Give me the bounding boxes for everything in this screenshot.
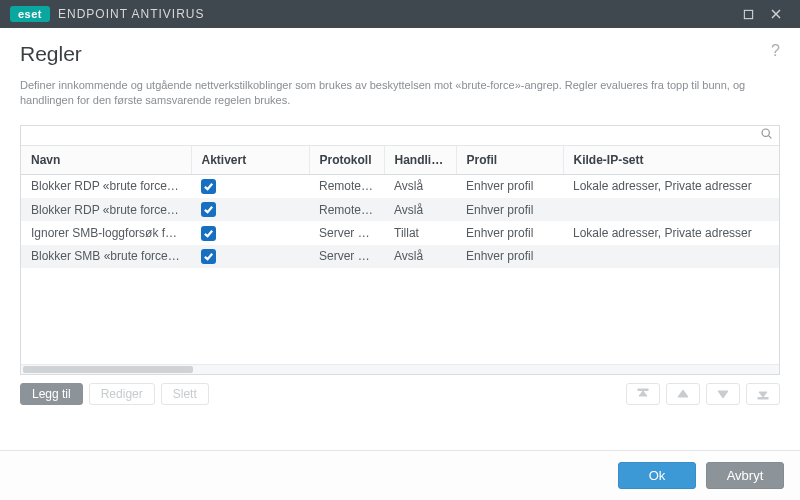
cell-source-ip: Lokale adresser, Private adresser	[563, 221, 779, 244]
page-description: Definer innkommende og utgående nettverk…	[20, 78, 780, 109]
svg-marker-6	[639, 391, 647, 396]
cell-enabled	[191, 245, 309, 268]
table-row[interactable]: Blokker RDP «brute force»-a... Remote De…	[21, 174, 779, 198]
svg-rect-10	[758, 398, 768, 400]
cell-profile: Enhver profil	[456, 198, 563, 221]
cell-profile: Enhver profil	[456, 245, 563, 268]
svg-marker-8	[718, 391, 728, 398]
cell-protocol: Remote De...	[309, 198, 384, 221]
rules-table: Navn Aktivert Protokoll Handling Profil …	[21, 146, 779, 268]
page-title: Regler	[20, 42, 82, 66]
cell-name: Blokker RDP «brute force»-a...	[21, 198, 191, 221]
cell-protocol: Server Mes...	[309, 245, 384, 268]
table-search-row	[21, 126, 779, 146]
cell-name: Blokker SMB «brute force»-a...	[21, 245, 191, 268]
delete-button[interactable]: Slett	[161, 383, 209, 405]
svg-rect-0	[744, 10, 752, 18]
cell-source-ip: Lokale adresser, Private adresser	[563, 174, 779, 198]
col-action[interactable]: Handling	[384, 146, 456, 175]
svg-marker-7	[678, 390, 688, 397]
table-row[interactable]: Ignorer SMB-loggforsøk fra ... Server Me…	[21, 221, 779, 244]
col-name[interactable]: Navn	[21, 146, 191, 175]
scrollbar-thumb[interactable]	[23, 366, 193, 373]
brand-text: ENDPOINT ANTIVIRUS	[58, 7, 204, 21]
cell-action: Avslå	[384, 198, 456, 221]
cell-source-ip	[563, 198, 779, 221]
cell-enabled	[191, 174, 309, 198]
cell-action: Avslå	[384, 174, 456, 198]
move-down-button[interactable]	[706, 383, 740, 405]
checkbox-checked-icon[interactable]	[201, 202, 216, 217]
cell-protocol: Remote De...	[309, 174, 384, 198]
col-protocol[interactable]: Protokoll	[309, 146, 384, 175]
add-button[interactable]: Legg til	[20, 383, 83, 405]
table-header-row: Navn Aktivert Protokoll Handling Profil …	[21, 146, 779, 175]
dialog-footer: Ok Avbryt	[0, 450, 800, 500]
edit-button[interactable]: Rediger	[89, 383, 155, 405]
move-top-button[interactable]	[626, 383, 660, 405]
col-profile[interactable]: Profil	[456, 146, 563, 175]
checkbox-checked-icon[interactable]	[201, 249, 216, 264]
cell-enabled	[191, 221, 309, 244]
cell-action: Avslå	[384, 245, 456, 268]
brand-badge: eset	[10, 6, 50, 22]
svg-marker-9	[759, 392, 767, 397]
table-empty-area	[21, 268, 779, 364]
col-enabled[interactable]: Aktivert	[191, 146, 309, 175]
checkbox-checked-icon[interactable]	[201, 226, 216, 241]
cell-profile: Enhver profil	[456, 221, 563, 244]
rules-table-container: Navn Aktivert Protokoll Handling Profil …	[20, 125, 780, 375]
svg-line-4	[769, 136, 772, 139]
titlebar: eset ENDPOINT ANTIVIRUS	[0, 0, 800, 28]
content-area: Regler ? Definer innkommende og utgående…	[0, 28, 800, 405]
checkbox-checked-icon[interactable]	[201, 179, 216, 194]
table-row[interactable]: Blokker RDP «brute force»-a... Remote De…	[21, 198, 779, 221]
svg-point-3	[762, 129, 769, 136]
col-source-ip[interactable]: Kilde-IP-sett	[563, 146, 779, 175]
table-toolbar: Legg til Rediger Slett	[20, 383, 780, 405]
cell-enabled	[191, 198, 309, 221]
horizontal-scrollbar[interactable]	[21, 364, 779, 374]
help-icon[interactable]: ?	[771, 42, 780, 60]
move-bottom-button[interactable]	[746, 383, 780, 405]
cell-source-ip	[563, 245, 779, 268]
cell-action: Tillat	[384, 221, 456, 244]
cell-protocol: Server Mes...	[309, 221, 384, 244]
ok-button[interactable]: Ok	[618, 462, 696, 489]
close-button[interactable]	[762, 0, 790, 28]
cell-profile: Enhver profil	[456, 174, 563, 198]
minimize-button[interactable]	[734, 0, 762, 28]
move-up-button[interactable]	[666, 383, 700, 405]
cell-name: Blokker RDP «brute force»-a...	[21, 174, 191, 198]
cell-name: Ignorer SMB-loggforsøk fra ...	[21, 221, 191, 244]
cancel-button[interactable]: Avbryt	[706, 462, 784, 489]
search-icon[interactable]	[760, 127, 773, 143]
table-row[interactable]: Blokker SMB «brute force»-a... Server Me…	[21, 245, 779, 268]
